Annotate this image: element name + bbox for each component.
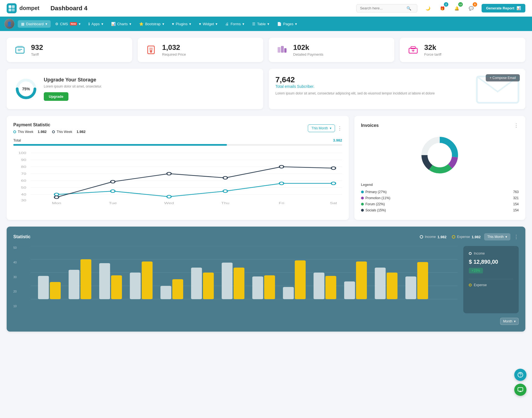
search-input[interactable] <box>360 6 404 10</box>
legend-label-2: This Week <box>57 130 72 134</box>
svg-rect-91 <box>405 276 416 299</box>
search-icon: 🔍 <box>406 6 411 11</box>
info-icon: ℹ <box>88 22 90 26</box>
svg-rect-77 <box>191 268 202 299</box>
legend-val-1: 1.982 <box>38 130 47 134</box>
svg-rect-5 <box>17 46 23 47</box>
svg-rect-1 <box>12 5 15 8</box>
nav-item-bootstrap[interactable]: ⭐ Bootstrap ▾ <box>136 20 168 28</box>
logo-icon <box>7 3 17 13</box>
nav-label-pages: Pages <box>283 22 293 26</box>
chevron-down-icon-bootstrap: ▾ <box>162 22 164 26</box>
chat-icon-btn[interactable]: 💬 5 <box>466 3 476 13</box>
legend-title: Legend <box>361 183 519 187</box>
upgrade-button[interactable]: Upgrade <box>44 92 68 101</box>
nav-label-apps: Apps <box>91 22 100 26</box>
nav-item-widget[interactable]: ♥ Widget ▾ <box>196 20 221 28</box>
statistic-more-icon[interactable]: ⋮ <box>514 234 519 240</box>
bar-chart-icon: 📊 <box>516 6 521 10</box>
expense-panel-label: Expense <box>474 283 487 287</box>
payment-title: Payment Statistic <box>13 122 86 127</box>
svg-rect-4 <box>16 47 24 53</box>
legend-value-socials: 154 <box>513 208 519 212</box>
divider <box>469 279 513 279</box>
month-dropdown-button[interactable]: Month ▾ <box>500 318 519 325</box>
income-panel: Income $ 12,890,00 +15% Expense <box>463 246 519 313</box>
chevron-down-icon-forms: ▾ <box>242 22 244 26</box>
nav-item-charts[interactable]: 📊 Charts ▾ <box>108 20 135 28</box>
legend-val-2: 1.982 <box>76 130 86 134</box>
more-options-icon[interactable]: ⋮ <box>337 125 342 131</box>
svg-rect-92 <box>417 262 428 299</box>
payment-header: Payment Statistic This Week 1.982 This W… <box>13 122 342 134</box>
svg-text:Mon: Mon <box>52 201 61 205</box>
search-box[interactable]: 🔍 <box>356 4 417 12</box>
svg-rect-80 <box>234 268 244 299</box>
this-month-button[interactable]: This Month ▾ <box>308 124 335 132</box>
legend-label-forum: Forum (22%) <box>365 202 385 206</box>
nav-label-dashboard: Dashboard <box>26 22 44 26</box>
nav-item-table[interactable]: ☰ Table ▾ <box>249 20 273 28</box>
svg-rect-85 <box>314 273 324 299</box>
svg-rect-78 <box>203 273 214 299</box>
nav-item-forms[interactable]: 🖨 Forms ▾ <box>222 20 248 28</box>
chevron-down-icon-month2: ▾ <box>514 319 516 323</box>
chevron-down-icon-plugins: ▾ <box>189 22 191 26</box>
legend-row-promotion: Promotion (11%) 321 <box>361 195 519 201</box>
nav-item-pages[interactable]: 📄 Pages ▾ <box>274 20 300 28</box>
chevron-down-icon-cms: ▾ <box>79 22 81 26</box>
svg-rect-86 <box>325 276 336 299</box>
gift-icon-btn[interactable]: 🎁 2 <box>437 3 447 13</box>
nav-item-dashboard[interactable]: ▦ Dashboard ▾ <box>18 20 51 28</box>
expense-circle-panel <box>469 284 472 286</box>
force-tariff-icon <box>406 43 420 57</box>
income-circle-panel <box>469 252 472 255</box>
required-price-icon <box>144 43 158 57</box>
svg-rect-72 <box>111 275 122 299</box>
statistic-body: 50 40 30 20 10 <box>13 246 519 313</box>
bell-icon-btn[interactable]: 🔔 12 <box>452 3 462 13</box>
legend-row-socials: Socials (15%) 154 <box>361 207 519 213</box>
nav-bar: 👤 ▦ Dashboard ▾ ⚙ CMS New ▾ ℹ Apps ▾ 📊 C… <box>0 17 532 31</box>
svg-point-49 <box>331 182 336 185</box>
income-legend: Income 1.982 <box>420 235 446 239</box>
middle-row: 75% Upgrade Your Storage Lorem ipsum dol… <box>7 69 525 109</box>
nav-label-charts: Charts <box>117 22 128 26</box>
tariff-icon <box>13 43 27 57</box>
svg-rect-90 <box>387 273 397 299</box>
payment-card: Payment Statistic This Week 1.982 This W… <box>7 116 349 220</box>
generate-report-button[interactable]: Generate Report 📊 <box>482 4 525 12</box>
svg-point-61 <box>428 143 452 167</box>
tariff-label: Tariff <box>31 52 43 57</box>
legend-dot-teal <box>13 130 16 133</box>
nav-item-plugins[interactable]: ♥ Plugins ▾ <box>169 20 195 28</box>
statistic-header: Statistic Income 1.982 Expense 1.982 T <box>13 233 519 240</box>
y-label-20: 20 <box>13 290 22 293</box>
svg-rect-14 <box>281 46 284 53</box>
detailed-payments-icon <box>275 43 289 57</box>
svg-rect-82 <box>264 275 275 299</box>
legend-this-week-2: This Week 1.982 <box>52 130 85 134</box>
line-chart: 100 90 80 70 60 50 40 30 Mon Tue Wed Thu… <box>13 150 342 206</box>
force-tariff-number: 32k <box>424 43 441 52</box>
table-icon: ☰ <box>252 22 255 26</box>
nav-item-apps[interactable]: ℹ Apps ▾ <box>85 20 107 28</box>
expense-circle <box>452 235 455 239</box>
invoices-more-icon[interactable]: ⋮ <box>514 122 519 129</box>
nav-item-cms[interactable]: ⚙ CMS New ▾ <box>52 20 84 28</box>
svg-rect-83 <box>283 287 294 299</box>
svg-rect-88 <box>356 261 367 299</box>
chevron-down-icon-month: ▾ <box>330 126 331 130</box>
legend-this-week-1: This Week 1.982 <box>13 130 47 134</box>
svg-point-46 <box>167 195 171 198</box>
svg-text:30: 30 <box>21 199 26 202</box>
statistic-this-month-button[interactable]: This Month ▾ <box>484 233 510 240</box>
statistic-this-month-label: This Month <box>487 235 504 239</box>
svg-point-52 <box>167 172 171 175</box>
income-legend-label: Income <box>425 235 436 239</box>
expense-legend-val: 1.982 <box>472 235 481 239</box>
star-icon: ⭐ <box>139 22 144 26</box>
cms-new-badge: New <box>70 22 77 25</box>
theme-toggle[interactable]: 🌙 <box>423 3 433 13</box>
svg-point-55 <box>331 167 336 170</box>
